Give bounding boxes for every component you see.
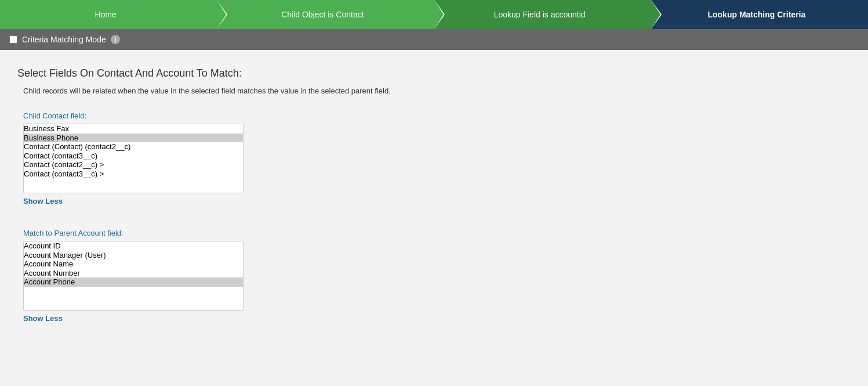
child-field-section: Child Contact field: Business FaxBusines…	[17, 111, 851, 205]
info-icon[interactable]: i	[111, 35, 120, 44]
parent-field-label: Match to Parent Account field:	[23, 229, 851, 237]
criteria-matching-label: Criteria Matching Mode	[22, 35, 106, 44]
description-text: Child records will be related when the v…	[17, 86, 851, 95]
child-field-label: Child Contact field:	[23, 111, 851, 120]
criteria-matching-checkbox[interactable]	[9, 35, 17, 44]
parent-show-less-link[interactable]: Show Less	[23, 314, 63, 323]
criteria-bar: Criteria Matching Mode i	[0, 29, 868, 50]
child-show-less-link[interactable]: Show Less	[23, 197, 63, 205]
breadcrumb-child-object[interactable]: Child Object is Contact	[217, 0, 434, 29]
section-title: Select Fields On Contact And Account To …	[17, 67, 851, 80]
main-content: Select Fields On Contact And Account To …	[0, 50, 868, 386]
parent-field-listbox[interactable]: Account IDAccount Manager (User)Account …	[23, 241, 244, 311]
parent-field-section: Match to Parent Account field: Account I…	[17, 229, 851, 323]
child-field-listbox[interactable]: Business FaxBusiness PhoneContact (Conta…	[23, 124, 244, 193]
breadcrumb-home[interactable]: Home	[0, 0, 217, 29]
breadcrumb-lookup-field[interactable]: Lookup Field is accountid	[434, 0, 651, 29]
breadcrumb-lookup-criteria[interactable]: Lookup Matching Criteria	[651, 0, 868, 29]
breadcrumb-nav: Home Child Object is Contact Lookup Fiel…	[0, 0, 868, 29]
